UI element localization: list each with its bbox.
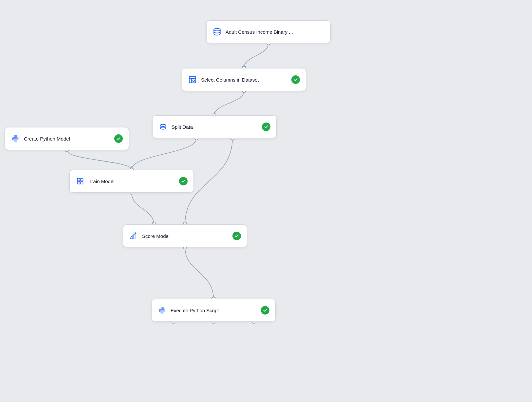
score-model-label: Score Model: [142, 233, 229, 239]
svg-point-34: [135, 232, 136, 234]
adult-census-label: Adult Census Income Binary ...: [226, 29, 324, 35]
train-model-label: Train Model: [89, 179, 175, 184]
create-python-status: [114, 134, 123, 143]
pipeline-canvas: Adult Census Income Binary ... Select Co…: [0, 0, 532, 402]
split-data-node[interactable]: Split Data: [152, 115, 277, 138]
select-columns-status: [291, 75, 300, 84]
train-icon: [76, 177, 85, 186]
create-python-label: Create Python Model: [24, 136, 110, 142]
svg-rect-17: [189, 76, 196, 83]
execute-python-label: Execute Python Script: [171, 308, 257, 313]
select-columns-label: Select Columns in Dataset: [201, 77, 287, 83]
svg-rect-26: [77, 178, 80, 181]
svg-point-23: [14, 136, 15, 136]
adult-census-node[interactable]: Adult Census Income Binary ...: [206, 20, 331, 43]
create-python-node[interactable]: Create Python Model: [5, 127, 129, 150]
score-model-status: [232, 232, 241, 240]
svg-point-25: [160, 124, 166, 126]
svg-rect-33: [135, 234, 136, 239]
split-data-status: [262, 123, 270, 131]
split-icon: [158, 122, 168, 131]
score-icon: [129, 231, 138, 240]
train-model-status: [179, 177, 188, 185]
svg-rect-29: [81, 182, 83, 184]
database-icon: [212, 27, 222, 36]
execute-python-node[interactable]: Execute Python Script: [151, 299, 276, 322]
execute-python-status: [261, 306, 269, 315]
svg-rect-30: [130, 238, 131, 239]
score-model-node[interactable]: Score Model: [123, 224, 247, 247]
svg-point-36: [162, 313, 163, 313]
svg-rect-31: [132, 237, 133, 239]
svg-rect-27: [81, 178, 83, 181]
select-columns-node[interactable]: Select Columns in Dataset: [182, 68, 306, 91]
svg-point-20: [193, 80, 194, 82]
execute-python-icon: [157, 306, 167, 315]
table-settings-icon: [188, 75, 197, 84]
svg-point-16: [214, 29, 220, 31]
svg-point-35: [161, 307, 162, 308]
python-icon: [11, 134, 20, 143]
train-model-node[interactable]: Train Model: [69, 170, 194, 193]
connections-layer: [0, 0, 532, 402]
split-data-label: Split Data: [172, 124, 258, 130]
svg-rect-28: [77, 182, 80, 184]
svg-rect-32: [133, 235, 134, 239]
svg-point-24: [16, 141, 16, 142]
